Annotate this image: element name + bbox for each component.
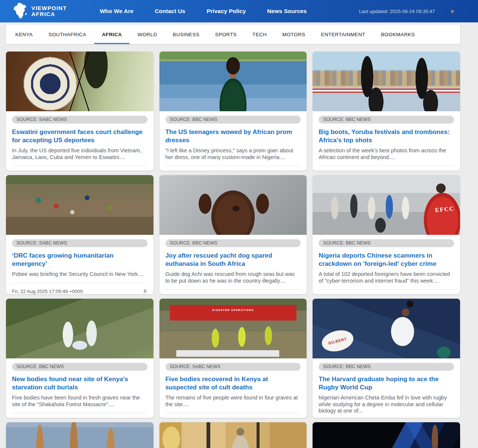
article-description: Nigerian-American Cheta Emba fell in lov… bbox=[319, 395, 454, 414]
tab-kenya[interactable]: KENYA bbox=[7, 25, 41, 44]
article-description: "I left like a Disney princess," says a … bbox=[165, 147, 301, 161]
article-title-link[interactable]: Nigeria deports Chinese scammers in crac… bbox=[319, 252, 454, 268]
brand-line2: AFRICA bbox=[31, 11, 67, 17]
article-body: SOURCE: BBC NEWS New bodies found near s… bbox=[6, 358, 153, 418]
article-date: Fri, 22 Aug 2025 17:09:49 +0000 bbox=[12, 289, 83, 294]
image-text-label: GILBERT bbox=[320, 327, 356, 355]
source-badge: SOURCE: BBC NEWS bbox=[165, 116, 301, 124]
image-text-label: DISASTER OPERATIONS bbox=[212, 309, 254, 311]
article-image: DISASTER OPERATIONS bbox=[159, 299, 307, 358]
article-title-link[interactable]: Joy after rescued yacht dog spared eutha… bbox=[165, 252, 301, 268]
article-body: SOURCE: BBC NEWS Joy after rescued yacht… bbox=[159, 235, 307, 294]
article-title-link[interactable]: The US teenagers wowed by African prom d… bbox=[165, 128, 301, 144]
tab-motors[interactable]: MOTORS bbox=[274, 25, 313, 44]
article-title-link[interactable]: Five bodies recovered in Kenya at suspec… bbox=[165, 375, 301, 392]
source-badge: SOURCE: BBC NEWS bbox=[319, 363, 454, 371]
article-body: SOURCE: BBC NEWS The Harvard graduate ho… bbox=[313, 358, 460, 418]
article-title-link[interactable]: New bodies found near site of Kenya's st… bbox=[12, 375, 148, 392]
article-title-link[interactable]: Eswatini government faces court challeng… bbox=[12, 128, 148, 144]
article-description: Guide dog Achi was rescued from rough se… bbox=[165, 271, 301, 284]
article-card[interactable]: SOURCE: BBC NEWS Big boots, Yoruba festi… bbox=[313, 52, 460, 171]
card-divider bbox=[165, 166, 301, 166]
article-card[interactable] bbox=[6, 422, 153, 448]
card-divider bbox=[319, 289, 454, 290]
tab-sports[interactable]: SPORTS bbox=[207, 25, 245, 44]
sun-icon: ☀ bbox=[450, 8, 455, 15]
article-card[interactable]: SOURCE: BBC NEWS The US teenagers wowed … bbox=[159, 52, 307, 171]
nav-link-contact-us[interactable]: Contact Us bbox=[155, 8, 185, 15]
article-image bbox=[6, 299, 153, 358]
source-badge: SOURCE: SABC NEWS bbox=[12, 239, 148, 247]
card-divider bbox=[12, 166, 148, 166]
tab-business[interactable]: BUSINESS bbox=[165, 25, 207, 44]
article-card[interactable]: SOURCE: SABC NEWS ‘DRC faces growing hum… bbox=[6, 175, 153, 294]
nav-link-news-sources[interactable]: News Sources bbox=[267, 8, 307, 15]
article-card[interactable] bbox=[313, 422, 460, 448]
article-title-link[interactable]: Big boots, Yoruba festivals and trombone… bbox=[319, 128, 454, 144]
article-description: A selection of the week's best photos fr… bbox=[319, 147, 454, 161]
article-image bbox=[6, 52, 153, 111]
article-body: SOURCE: BBC NEWS The US teenagers wowed … bbox=[159, 111, 307, 171]
card-divider bbox=[165, 413, 301, 413]
app-header: VIEWPOINT AFRICA Who We AreContact UsPri… bbox=[0, 0, 478, 22]
tab-bookmarks[interactable]: BOOKMARKS bbox=[373, 25, 423, 44]
source-badge: SOURCE: BBC NEWS bbox=[319, 116, 454, 124]
category-tabs: KENYASOUTHAFRICAAFRICAWORLDBUSINESSSPORT… bbox=[6, 25, 460, 44]
article-description: Five bodies have been found in fresh gra… bbox=[12, 395, 148, 408]
source-badge: SOURCE: SABC NEWS bbox=[165, 363, 301, 371]
tab-entertainment[interactable]: ENTERTAINMENT bbox=[313, 25, 373, 44]
article-description: The remains of five people were found in… bbox=[165, 395, 301, 408]
article-image bbox=[159, 422, 307, 448]
source-badge: SOURCE: BBC NEWS bbox=[12, 363, 148, 371]
articles-grid: SOURCE: SABC NEWS Eswatini government fa… bbox=[6, 52, 460, 448]
article-description: Pobee was briefing the Security Council … bbox=[12, 271, 148, 278]
header-nav: Who We AreContact UsPrivacy PolicyNews S… bbox=[100, 8, 307, 15]
article-image bbox=[6, 175, 153, 235]
article-card[interactable]: EFCC SOURCE: BBC NEWS Nigeria deports Ch… bbox=[313, 175, 460, 294]
card-footer: Fri, 22 Aug 2025 17:09:49 +0000 bbox=[12, 288, 148, 295]
source-badge: SOURCE: BBC NEWS bbox=[319, 239, 454, 247]
article-title-link[interactable]: The Harvard graduate hoping to ace the R… bbox=[319, 375, 454, 392]
article-body: SOURCE: SABC NEWS Eswatini government fa… bbox=[6, 111, 153, 171]
article-image bbox=[313, 52, 460, 111]
article-card[interactable]: SOURCE: BBC NEWS Joy after rescued yacht… bbox=[159, 175, 307, 294]
bookmark-icon[interactable] bbox=[143, 288, 148, 295]
tab-world[interactable]: WORLD bbox=[130, 25, 165, 44]
article-card[interactable]: SOURCE: BBC NEWS New bodies found near s… bbox=[6, 299, 153, 418]
card-divider bbox=[12, 283, 148, 283]
tab-africa[interactable]: AFRICA bbox=[94, 25, 130, 44]
image-text-label: EFCC bbox=[435, 205, 454, 214]
article-body: SOURCE: BBC NEWS Big boots, Yoruba festi… bbox=[313, 111, 460, 171]
article-title-link[interactable]: ‘DRC faces growing humanitarian emergenc… bbox=[12, 252, 148, 268]
tab-tech[interactable]: TECH bbox=[245, 25, 274, 44]
article-card[interactable]: SOURCE: SABC NEWS Eswatini government fa… bbox=[6, 52, 153, 171]
article-card[interactable] bbox=[159, 422, 307, 448]
nav-link-who-we-are[interactable]: Who We Are bbox=[100, 8, 133, 15]
card-divider bbox=[165, 289, 301, 290]
article-image: EFCC bbox=[313, 175, 460, 235]
article-body: SOURCE: SABC NEWS ‘DRC faces growing hum… bbox=[6, 235, 153, 294]
card-divider bbox=[12, 413, 148, 413]
article-body: SOURCE: BBC NEWS Nigeria deports Chinese… bbox=[313, 235, 460, 294]
theme-toggle-button[interactable]: ☀ bbox=[450, 9, 455, 14]
nav-link-privacy-policy[interactable]: Privacy Policy bbox=[207, 8, 246, 15]
brand-logo[interactable]: VIEWPOINT AFRICA bbox=[11, 2, 67, 20]
article-card[interactable]: DISASTER OPERATIONS SOURCE: SABC NEWS Fi… bbox=[159, 299, 307, 418]
last-updated-text: Last updated: 2025-08-24 09:35:47 bbox=[359, 9, 435, 14]
article-card[interactable]: GILBERT SOURCE: BBC NEWS The Harvard gra… bbox=[313, 299, 460, 418]
article-body: SOURCE: SABC NEWS Five bodies recovered … bbox=[159, 358, 307, 418]
source-badge: SOURCE: BBC NEWS bbox=[165, 239, 301, 247]
article-description: In July, the US deported five individual… bbox=[12, 147, 148, 161]
article-image bbox=[6, 422, 153, 448]
source-badge: SOURCE: SABC NEWS bbox=[12, 116, 148, 124]
africa-map-icon bbox=[11, 2, 28, 20]
article-description: A total of 102 deported foreigners have … bbox=[319, 271, 454, 284]
brand-line1: VIEWPOINT bbox=[31, 5, 67, 11]
article-image bbox=[313, 422, 460, 448]
card-divider bbox=[319, 166, 454, 166]
article-image: GILBERT bbox=[313, 299, 460, 358]
article-image bbox=[159, 52, 307, 111]
article-image bbox=[159, 175, 307, 235]
tab-southafrica[interactable]: SOUTHAFRICA bbox=[41, 25, 94, 44]
